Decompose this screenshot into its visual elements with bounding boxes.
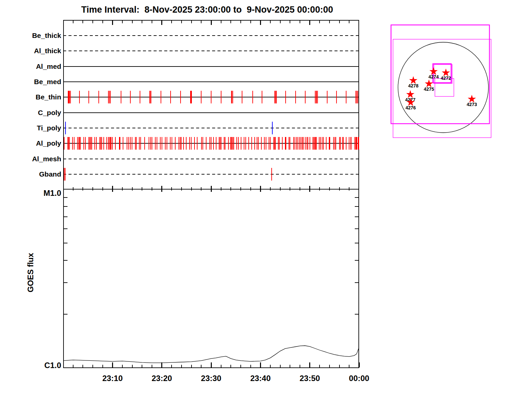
exposure-tick (88, 137, 89, 150)
exposure-tick (241, 137, 241, 150)
exposure-tick (358, 137, 359, 150)
filter-row-line (63, 51, 359, 51)
exposure-tick (181, 137, 182, 150)
exposure-tick (115, 137, 116, 150)
minor-x-tick (290, 21, 290, 23)
major-x-tick (260, 362, 261, 367)
filter-row-line (63, 81, 359, 82)
minor-x-tick (92, 21, 93, 23)
x-tick-label: 23:30 (196, 374, 226, 383)
minor-x-tick (181, 21, 182, 23)
exposure-tick (303, 137, 304, 150)
exposure-tick (213, 137, 214, 150)
exposure-tick (315, 137, 316, 150)
minor-x-tick (230, 187, 231, 191)
exposure-tick (216, 137, 216, 150)
active-region-label: 4274 (428, 74, 439, 79)
exposure-tick (271, 168, 272, 181)
exposure-tick (305, 91, 306, 103)
exposure-tick (254, 137, 255, 150)
exposure-tick (65, 168, 66, 181)
filter-timeline-panel (63, 20, 359, 189)
minor-x-tick (73, 365, 73, 367)
exposure-tick (301, 137, 301, 150)
exposure-tick (346, 91, 346, 103)
exposure-tick (140, 137, 141, 150)
exposure-tick (202, 137, 203, 150)
exposure-tick (269, 137, 269, 150)
minor-x-tick (290, 365, 290, 367)
exposure-tick (80, 137, 81, 150)
minor-x-tick (300, 365, 300, 367)
minor-x-tick (171, 187, 172, 191)
major-x-tick (260, 186, 261, 192)
minor-x-tick (82, 21, 83, 23)
exposure-tick (149, 137, 149, 150)
exposure-tick (248, 137, 249, 150)
active-region-star-icon (442, 68, 450, 76)
minor-x-tick (349, 21, 349, 23)
exposure-tick (170, 91, 171, 103)
exposure-tick (94, 137, 95, 150)
goes-flux-line (63, 346, 359, 363)
exposure-tick (99, 137, 100, 150)
exposure-tick (211, 91, 211, 103)
minor-x-tick (132, 21, 133, 23)
exposure-tick (186, 137, 187, 150)
exposure-tick (123, 137, 123, 150)
exposure-tick (322, 137, 323, 150)
x-tick-label: 23:40 (245, 374, 275, 383)
minor-x-tick (73, 187, 73, 191)
exposure-tick (77, 137, 78, 150)
minor-x-tick (92, 365, 93, 367)
minor-x-tick (339, 187, 340, 191)
filter-row-line (63, 112, 359, 113)
minor-x-tick (142, 187, 142, 191)
exposure-tick (238, 137, 239, 150)
exposure-tick (357, 91, 358, 103)
major-x-tick (211, 21, 212, 25)
minor-x-tick (280, 365, 281, 367)
minor-x-tick (221, 21, 221, 23)
exposure-tick (316, 137, 317, 150)
xrt-goes-observation-plot: Time Interval: 8-Nov-2025 23:00:00 to 9-… (0, 0, 532, 399)
exposure-tick (79, 91, 80, 103)
exposure-tick (69, 91, 70, 103)
goes-flux-curve (63, 189, 359, 368)
solar-disk-map: 4274427242784275427742764273 (379, 17, 505, 143)
exposure-tick (101, 137, 102, 150)
exposure-tick (251, 137, 252, 150)
minor-y-tick (64, 206, 67, 207)
exposure-tick (108, 137, 109, 150)
minor-y-tick (355, 197, 358, 198)
exposure-tick (244, 137, 244, 150)
exposure-tick (314, 137, 314, 150)
minor-x-tick (300, 21, 300, 23)
active-region-label: 4273 (466, 102, 477, 107)
exposure-tick (108, 91, 109, 103)
exposure-tick (180, 91, 181, 103)
minor-x-tick (329, 21, 330, 23)
minor-x-tick (82, 365, 83, 367)
exposure-tick (346, 137, 346, 150)
exposure-tick (111, 137, 111, 150)
exposure-tick (161, 91, 161, 103)
exposure-tick (191, 137, 192, 150)
exposure-tick (98, 91, 99, 103)
exposure-tick (89, 137, 90, 150)
filter-row-label: Be_thin (0, 92, 61, 102)
filter-row-label: Al_poly (0, 139, 61, 148)
minor-x-tick (329, 365, 330, 367)
minor-y-tick (355, 206, 358, 207)
exposure-tick (110, 91, 111, 103)
minor-x-tick (201, 187, 201, 191)
filter-row-line (63, 128, 359, 128)
exposure-tick (106, 137, 107, 150)
exposure-tick (308, 137, 308, 150)
exposure-tick (157, 137, 157, 150)
exposure-tick (270, 137, 271, 150)
exposure-tick (220, 137, 220, 150)
exposure-tick (334, 137, 335, 150)
exposure-tick (68, 137, 69, 150)
exposure-tick (91, 137, 92, 150)
